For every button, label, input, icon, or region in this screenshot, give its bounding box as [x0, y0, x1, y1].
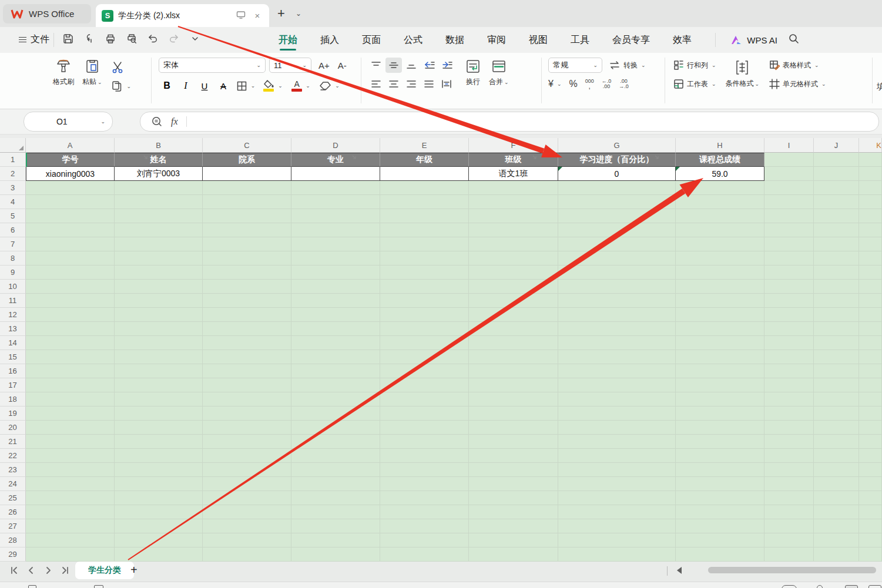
- cell-C5[interactable]: [203, 209, 291, 223]
- row-header-17[interactable]: 17: [0, 378, 26, 392]
- cell-B16[interactable]: [115, 364, 203, 378]
- cell-I18[interactable]: [764, 392, 814, 406]
- cell-A3[interactable]: [26, 181, 115, 195]
- ribbon-overflow-partial[interactable]: 填: [877, 81, 882, 92]
- cell-E9[interactable]: [380, 266, 469, 280]
- clipboard-dialog-launcher[interactable]: [143, 152, 148, 157]
- cell-B1[interactable]: 姓名: [115, 153, 203, 167]
- new-document-button[interactable]: +: [277, 6, 285, 21]
- status-icon-fragment[interactable]: [817, 585, 823, 588]
- italic-button[interactable]: I: [177, 78, 194, 93]
- cell-D15[interactable]: [291, 350, 380, 364]
- cell-H10[interactable]: [676, 280, 764, 294]
- row-header-26[interactable]: 26: [0, 505, 26, 519]
- row-header-27[interactable]: 27: [0, 519, 26, 533]
- cell-B4[interactable]: [115, 195, 203, 209]
- cell-I8[interactable]: [764, 251, 814, 266]
- cell-G6[interactable]: [558, 223, 676, 237]
- row-header-13[interactable]: 13: [0, 322, 26, 336]
- cell-H27[interactable]: [676, 519, 764, 533]
- cell-G23[interactable]: [558, 463, 676, 477]
- last-sheet-icon[interactable]: [61, 566, 70, 577]
- cell-H25[interactable]: [676, 491, 764, 505]
- cell-H12[interactable]: [676, 308, 764, 322]
- cell-K29[interactable]: [859, 547, 882, 562]
- cell-B18[interactable]: [115, 392, 203, 406]
- cell-D4[interactable]: [291, 195, 380, 209]
- cell-G20[interactable]: [558, 421, 676, 435]
- cell-I20[interactable]: [764, 421, 814, 435]
- cell-C10[interactable]: [203, 280, 291, 294]
- cell-E28[interactable]: [380, 533, 469, 547]
- cell-D7[interactable]: [291, 237, 380, 251]
- menu-tab-公式[interactable]: 公式: [404, 27, 422, 53]
- cell-A27[interactable]: [26, 519, 115, 533]
- cell-D17[interactable]: [291, 378, 380, 392]
- cell-C29[interactable]: [203, 547, 291, 562]
- cell-C4[interactable]: [203, 195, 291, 209]
- row-header-8[interactable]: 8: [0, 251, 26, 266]
- distributed-icon[interactable]: [438, 76, 455, 92]
- cell-F7[interactable]: [469, 237, 558, 251]
- cell-I26[interactable]: [764, 505, 814, 519]
- cell-I12[interactable]: [764, 308, 814, 322]
- cell-K15[interactable]: [859, 350, 882, 364]
- cell-H18[interactable]: [676, 392, 764, 406]
- cell-B14[interactable]: [115, 336, 203, 350]
- cell-C8[interactable]: [203, 251, 291, 266]
- cell-K17[interactable]: [859, 378, 882, 392]
- cell-D18[interactable]: [291, 392, 380, 406]
- cell-J18[interactable]: [814, 392, 859, 406]
- column-header-G[interactable]: G: [558, 138, 676, 153]
- cell-K9[interactable]: [859, 266, 882, 280]
- cell-D12[interactable]: [291, 308, 380, 322]
- cell-F10[interactable]: [469, 280, 558, 294]
- row-header-18[interactable]: 18: [0, 392, 26, 406]
- align-middle-icon[interactable]: [385, 58, 402, 73]
- cell-B23[interactable]: [115, 463, 203, 477]
- file-menu-button[interactable]: 文件: [19, 33, 49, 46]
- column-header-H[interactable]: H: [676, 138, 764, 153]
- cell-J15[interactable]: [814, 350, 859, 364]
- cell-D27[interactable]: [291, 519, 380, 533]
- status-icon-fragment[interactable]: [28, 585, 36, 588]
- fill-color-button[interactable]: ⌄: [260, 78, 286, 93]
- cell-J5[interactable]: [814, 209, 859, 223]
- cell-A13[interactable]: [26, 322, 115, 336]
- cell-G18[interactable]: [558, 392, 676, 406]
- cell-H1[interactable]: 课程总成绩: [676, 153, 764, 167]
- cell-G21[interactable]: [558, 435, 676, 449]
- cell-J11[interactable]: [814, 294, 859, 308]
- cell-D29[interactable]: [291, 547, 380, 562]
- row-header-3[interactable]: 3: [0, 181, 26, 195]
- cell-J12[interactable]: [814, 308, 859, 322]
- cell-E4[interactable]: [380, 195, 469, 209]
- cell-B3[interactable]: [115, 181, 203, 195]
- cell-D24[interactable]: [291, 477, 380, 491]
- status-icon-fragment[interactable]: [868, 585, 881, 588]
- cell-D10[interactable]: [291, 280, 380, 294]
- merge-cells-button[interactable]: 合并⌄: [489, 58, 509, 87]
- cell-H11[interactable]: [676, 294, 764, 308]
- cell-A14[interactable]: [26, 336, 115, 350]
- export-pdf-icon[interactable]: [82, 32, 96, 46]
- cell-D19[interactable]: [291, 406, 380, 421]
- cell-C13[interactable]: [203, 322, 291, 336]
- cell-A6[interactable]: [26, 223, 115, 237]
- cell-J26[interactable]: [814, 505, 859, 519]
- cell-G24[interactable]: [558, 477, 676, 491]
- cell-E7[interactable]: [380, 237, 469, 251]
- cell-I24[interactable]: [764, 477, 814, 491]
- alignment-dialog-launcher[interactable]: [532, 152, 537, 157]
- font-color-button[interactable]: A⌄: [288, 78, 314, 93]
- format-painter-button[interactable]: 格式刷: [53, 58, 74, 95]
- paste-button[interactable]: 粘贴⌄: [82, 58, 102, 95]
- cell-D6[interactable]: [291, 223, 380, 237]
- cell-E18[interactable]: [380, 392, 469, 406]
- row-header-28[interactable]: 28: [0, 533, 26, 547]
- cell-H23[interactable]: [676, 463, 764, 477]
- cell-A24[interactable]: [26, 477, 115, 491]
- cell-F26[interactable]: [469, 505, 558, 519]
- cell-B26[interactable]: [115, 505, 203, 519]
- cell-D22[interactable]: [291, 449, 380, 463]
